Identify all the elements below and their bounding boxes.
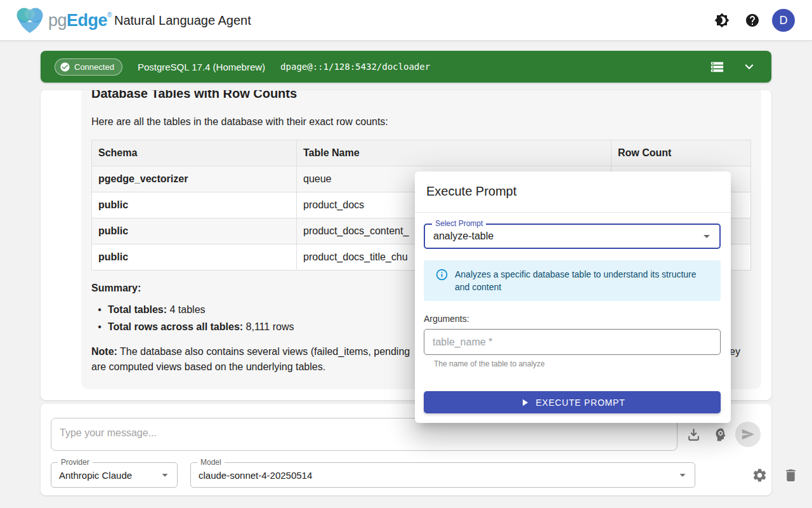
- download-icon[interactable]: [686, 427, 702, 443]
- play-icon: [519, 397, 530, 408]
- model-dropdown[interactable]: Model claude-sonnet-4-20250514: [190, 462, 695, 488]
- dropdown-arrow-icon: [158, 468, 172, 482]
- select-prompt-value: analyze-table: [433, 225, 494, 248]
- server-version-label: PostgreSQL 17.4 (Homebrew): [138, 62, 265, 72]
- trash-icon[interactable]: [783, 467, 799, 483]
- connection-string: dpage@::1/128:5432/docloader: [280, 62, 430, 72]
- list-item: •Total rows across all tables: 8,111 row…: [91, 318, 294, 335]
- pgedge-logo: pgEdge®: [14, 6, 112, 35]
- dialog-divider: [415, 212, 731, 213]
- prompt-description: Analyzes a specific database table to un…: [455, 268, 709, 293]
- prompt-info-alert: Analyzes a specific database table to un…: [424, 260, 721, 301]
- provider-dropdown[interactable]: Provider Anthropic Claude: [51, 462, 178, 488]
- dialog-title: Execute Prompt: [426, 184, 516, 199]
- chevron-down-icon[interactable]: [741, 58, 757, 75]
- dark-mode-toggle-icon[interactable]: [714, 13, 730, 28]
- storage-icon[interactable]: [710, 60, 724, 74]
- app-bar: pgEdge® Natural Language Agent D: [0, 0, 812, 41]
- summary-list: •Total tables: 4 tables •Total rows acro…: [91, 301, 294, 335]
- arguments-label: Arguments:: [424, 314, 469, 324]
- check-circle-icon: [60, 62, 70, 72]
- model-value: claude-sonnet-4-20250514: [199, 463, 312, 487]
- settings-gear-icon[interactable]: [752, 467, 768, 483]
- pgedge-logo-text: pgEdge®: [48, 11, 112, 30]
- message-intro: Here are all the tables in the database …: [91, 114, 388, 130]
- note-line-2: are computed views based on the underlyi…: [91, 359, 325, 375]
- dropdown-arrow-icon: [676, 468, 690, 482]
- table-name-field-wrapper: [424, 329, 721, 355]
- send-button[interactable]: [735, 422, 761, 447]
- user-avatar[interactable]: D: [772, 9, 795, 32]
- list-item: •Total tables: 4 tables: [91, 301, 294, 318]
- connection-status-label: Connected: [74, 62, 114, 72]
- connection-bar: Connected PostgreSQL 17.4 (Homebrew) dpa…: [41, 51, 771, 83]
- select-prompt-dropdown[interactable]: Select Prompt analyze-table: [424, 224, 721, 249]
- table-name-helper-text: The name of the table to analyze: [434, 359, 545, 368]
- table-header-row: Schema Table Name Row Count: [92, 140, 751, 166]
- column-header-row-count: Row Count: [612, 140, 751, 166]
- dropdown-arrow-icon: [699, 229, 714, 244]
- connection-status-chip: Connected: [55, 58, 122, 76]
- provider-value: Anthropic Claude: [59, 463, 132, 487]
- note-fragment: ey: [730, 344, 740, 359]
- info-icon: [436, 269, 448, 281]
- message-heading: Database Tables with Row Counts: [91, 90, 297, 102]
- help-icon[interactable]: [745, 13, 760, 28]
- table-name-input[interactable]: [424, 330, 720, 354]
- execute-prompt-dialog: Execute Prompt Select Prompt analyze-tab…: [415, 171, 731, 423]
- send-icon: [741, 427, 755, 441]
- page-title: Natural Language Agent: [114, 0, 251, 41]
- execute-prompt-button[interactable]: EXECUTE PROMPT: [424, 391, 721, 413]
- summary-heading: Summary:: [91, 281, 141, 296]
- execute-prompt-button-label: EXECUTE PROMPT: [535, 398, 625, 408]
- column-header-table-name: Table Name: [297, 140, 612, 166]
- pgedge-logo-icon: [14, 6, 47, 35]
- psychology-icon[interactable]: [712, 427, 728, 443]
- column-header-schema: Schema: [92, 140, 297, 166]
